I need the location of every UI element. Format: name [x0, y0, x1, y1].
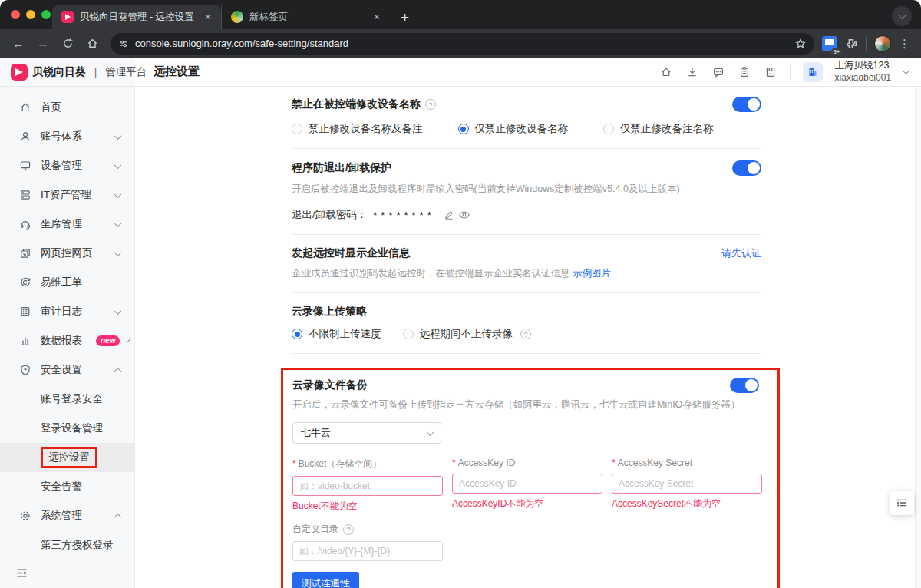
download-icon[interactable]	[685, 65, 699, 79]
accesskey-id-input[interactable]	[452, 474, 602, 494]
radio-forbid-name-only[interactable]: 仅禁止修改设备名称	[458, 122, 569, 136]
log-icon	[18, 306, 31, 319]
sidebar-item-accounts[interactable]: 账号体系	[0, 122, 134, 151]
tab-search-button[interactable]	[892, 6, 912, 26]
sidebar-item-it-assets[interactable]: IT资产管理	[0, 180, 134, 210]
help-icon[interactable]: ?	[520, 329, 531, 339]
minimize-window-button[interactable]	[26, 10, 35, 19]
shield-icon	[18, 364, 31, 377]
provider-select[interactable]: 七牛云	[292, 422, 441, 444]
site-settings-icon[interactable]	[118, 38, 129, 49]
extension-badge: 9+	[831, 48, 842, 55]
accesskey-secret-input[interactable]	[612, 474, 762, 494]
sidebar-item-ticket[interactable]: 易维工单	[0, 268, 134, 297]
scrollbar[interactable]	[915, 87, 921, 588]
help-icon[interactable]: ?	[343, 524, 354, 535]
sample-image-link[interactable]: 示例图片	[573, 268, 611, 279]
sidebar-item-agents[interactable]: 坐席管理	[0, 210, 134, 239]
required-asterisk: *	[292, 458, 296, 469]
floating-list-button[interactable]	[890, 491, 914, 515]
verify-first-link[interactable]: 请先认证	[721, 246, 761, 260]
bucket-error: Bucket不能为空	[292, 500, 443, 513]
custom-dir-label-row: 自定义目录 ?	[292, 523, 759, 536]
org-avatar[interactable]	[803, 62, 823, 82]
edit-pencil-icon[interactable]	[443, 209, 455, 221]
sidebar-item-security-settings[interactable]: 安全设置	[0, 355, 134, 385]
provider-selected-value: 七牛云	[301, 426, 331, 440]
section-backup-title-row: 云录像文件备份	[292, 378, 759, 393]
home-icon[interactable]	[659, 65, 673, 79]
test-connectivity-button[interactable]: 测试连通性	[292, 572, 359, 588]
divider	[292, 292, 761, 293]
sidebar-item-login-device-mgmt[interactable]: 登录设备管理	[0, 414, 134, 443]
sidebar-item-devices[interactable]: 设备管理	[0, 151, 134, 180]
radio-no-upload-during-remote[interactable]: 远程期间不上传录像?	[403, 327, 532, 341]
message-icon[interactable]	[711, 65, 725, 79]
sidebar-item-reports[interactable]: 数据报表 new	[0, 326, 134, 355]
divider	[292, 234, 761, 235]
header-main: 远控设置	[135, 58, 921, 86]
device-name-toggle[interactable]	[732, 97, 761, 112]
password-row: 退出/卸载密码： ********	[292, 208, 761, 222]
browser-menu-icon[interactable]: ⋮	[899, 37, 910, 51]
user-info[interactable]: 上海贝锐123 xiaxiaobei001	[835, 60, 891, 84]
new-tab-button[interactable]: +	[401, 9, 409, 29]
bookmark-star-icon[interactable]	[794, 38, 807, 50]
url-text[interactable]: console.sunlogin.oray.com/safe-setting/s…	[135, 38, 788, 49]
sidebar-item-third-party-login[interactable]: 第三方授权登录	[0, 530, 134, 560]
extensions-puzzle-icon[interactable]	[845, 37, 858, 50]
section-enterprise-info: 发起远控时显示企业信息 请先认证	[292, 246, 761, 260]
app-logo[interactable]: 贝锐向日葵 ｜ 管理平台	[0, 58, 135, 86]
radio-unlimited-speed[interactable]: 不限制上传速度	[292, 327, 381, 341]
tab-newtab[interactable]: 新标签页 ×	[221, 5, 390, 29]
chevron-up-icon	[114, 367, 122, 375]
backup-toggle[interactable]	[730, 378, 759, 393]
backup-fields: *Bucket（存储空间） Bucket不能为空 *AccessKey ID A…	[292, 458, 759, 513]
back-button[interactable]: ←	[8, 33, 29, 55]
uninstall-protect-toggle[interactable]	[732, 160, 761, 176]
headset-icon	[18, 218, 31, 231]
extension-flag-icon[interactable]: 9+	[822, 36, 837, 51]
chart-icon	[18, 335, 31, 348]
bucket-input[interactable]	[292, 476, 443, 496]
chevron-down-icon	[114, 220, 122, 227]
address-bar[interactable]: console.sunlogin.oray.com/safe-setting/s…	[111, 33, 814, 55]
bucket-field-group: *Bucket（存储空间） Bucket不能为空	[292, 458, 443, 513]
browser-profile-avatar[interactable]	[874, 35, 891, 52]
radio-forbid-note-only[interactable]: 仅禁止修改备注名称	[603, 122, 714, 136]
close-tab-icon[interactable]: ×	[203, 11, 213, 23]
help-icon[interactable]: ?	[425, 99, 436, 110]
clipboard-icon[interactable]	[738, 65, 751, 79]
forward-button[interactable]: →	[32, 33, 54, 55]
traffic-lights	[11, 10, 51, 19]
sidebar-item-security-alerts[interactable]: 安全告警	[0, 472, 134, 501]
radio-icon	[603, 124, 614, 134]
close-tab-icon[interactable]: ×	[371, 11, 382, 23]
sidebar-collapse-icon[interactable]	[15, 567, 29, 580]
newtab-favicon	[231, 11, 243, 23]
page-title: 远控设置	[154, 64, 200, 79]
reload-button[interactable]	[57, 33, 78, 55]
report-icon[interactable]	[764, 65, 777, 79]
home-button[interactable]	[81, 33, 103, 55]
sidebar-item-web-control[interactable]: 网页控网页	[0, 239, 134, 268]
sidebar-item-remote-settings[interactable]: 远控设置	[0, 443, 134, 472]
zoom-window-button[interactable]	[41, 10, 51, 19]
sidebar-item-account-login-security[interactable]: 账号登录安全	[0, 385, 134, 414]
upload-policy-radios: 不限制上传速度 远程期间不上传录像?	[292, 327, 761, 341]
toolbar-right: 9+ ⋮	[822, 35, 913, 52]
eye-icon[interactable]	[458, 209, 470, 221]
new-badge: new	[96, 335, 120, 346]
annotation-red-box-backup: 云录像文件备份 开启后，云录像文件可备份上传到指定三方云存储（如阿里云，腾讯云，…	[281, 368, 780, 588]
sidebar-item-system-mgmt[interactable]: 系统管理	[0, 501, 134, 530]
sidebar-item-audit-log[interactable]: 审计日志	[0, 297, 134, 326]
user-org: 上海贝锐123	[835, 60, 891, 72]
app-body: 首页 账号体系 设备管理 IT资产管理 坐席管理	[0, 87, 921, 588]
header-actions: 上海贝锐123 xiaxiaobei001	[659, 60, 909, 84]
close-window-button[interactable]	[11, 10, 20, 19]
tab-console[interactable]: 贝锐向日葵管理 - 远控设置 ×	[52, 5, 221, 29]
user-chevron-down-icon[interactable]	[903, 67, 910, 74]
sidebar-item-home[interactable]: 首页	[0, 93, 134, 122]
radio-forbid-name-and-note[interactable]: 禁止修改设备名称及备注	[292, 122, 423, 136]
custom-dir-input[interactable]	[292, 541, 443, 561]
